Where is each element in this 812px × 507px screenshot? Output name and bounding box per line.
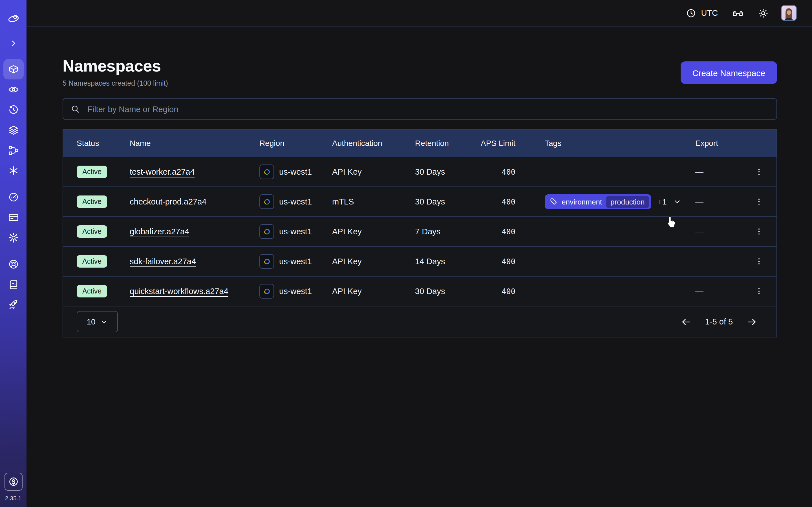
- table-row: Active test-worker.a27a4 us-west1 API Ke…: [63, 157, 776, 186]
- timezone-selector[interactable]: UTC: [686, 8, 718, 18]
- pagination-range-label: 1-5 of 5: [703, 317, 735, 326]
- sidebar-item-home[interactable]: [3, 8, 23, 29]
- temporal-logo-icon: [7, 12, 19, 25]
- app-version: 2.35.1: [5, 495, 21, 501]
- lifebuoy-icon: [8, 259, 19, 270]
- eye-icon: [8, 84, 19, 95]
- sidebar-item-deployments[interactable]: [3, 120, 23, 140]
- auth-method: API Key: [332, 167, 415, 176]
- column-header-name: Name: [130, 138, 259, 148]
- retention-value: 30 Days: [415, 287, 479, 296]
- namespace-link[interactable]: quickstart-workflows.a27a4: [130, 287, 229, 296]
- gear-icon: [8, 232, 19, 243]
- dag-icon: [8, 145, 19, 156]
- table-row: Active globalizer.a27a4 us-west1 API Key…: [63, 216, 776, 246]
- tags-more-count[interactable]: +1: [658, 197, 667, 206]
- tag-icon: [550, 198, 558, 206]
- create-namespace-button[interactable]: Create Namespace: [680, 61, 777, 84]
- tag-key: environment: [562, 198, 602, 206]
- book-sparkle-icon: [8, 279, 19, 290]
- cube-icon: [8, 64, 19, 75]
- status-badge: Active: [77, 195, 107, 208]
- chevron-down-icon[interactable]: [673, 197, 682, 206]
- auth-method: API Key: [332, 227, 415, 236]
- status-badge: Active: [77, 166, 107, 178]
- sidebar-item-support[interactable]: [3, 254, 23, 274]
- sidebar-item-settings[interactable]: [3, 228, 23, 248]
- sidebar-divider: [0, 184, 27, 184]
- app-root: 2.35.1 UTC Namespaces 5 Names: [0, 0, 812, 507]
- namespace-link[interactable]: checkout-prod.a27a4: [130, 197, 207, 206]
- gcp-cloud-icon: [259, 224, 274, 239]
- timezone-label: UTC: [701, 8, 718, 17]
- badge-dollar-icon: [8, 476, 19, 487]
- credits-button[interactable]: [4, 473, 22, 491]
- retention-value: 14 Days: [415, 257, 479, 266]
- table-row: Active sdk-failover.a27a4 us-west1 API K…: [63, 246, 776, 276]
- previous-page-button[interactable]: [680, 316, 691, 327]
- page-subtitle: 5 Namespaces created (100 limit): [63, 79, 168, 87]
- row-actions-button[interactable]: [751, 192, 767, 211]
- pagination-bar: 10 1-5 of 5: [63, 306, 776, 337]
- history-clock-icon: [8, 104, 19, 115]
- table-header: Status Name Region Authentication Retent…: [63, 129, 776, 157]
- glasses-icon: [732, 7, 744, 19]
- column-header-export: Export: [695, 138, 745, 148]
- sidebar-item-usage[interactable]: [3, 187, 23, 207]
- status-badge: Active: [77, 225, 107, 238]
- status-badge: Active: [77, 285, 107, 297]
- sidebar-item-namespaces[interactable]: [3, 59, 23, 79]
- tag-badge[interactable]: environment production: [545, 194, 652, 209]
- region-label: us-west1: [279, 227, 312, 236]
- region-label: us-west1: [279, 257, 312, 266]
- sidebar-collapse-button[interactable]: [3, 33, 23, 54]
- gcp-cloud-icon: [259, 165, 274, 179]
- layers-icon: [8, 124, 19, 136]
- chevron-right-icon: [8, 38, 18, 48]
- sidebar-item-nexus[interactable]: [3, 161, 23, 181]
- theme-toggle-button[interactable]: [758, 8, 769, 18]
- tag-value: production: [606, 196, 649, 208]
- gcp-cloud-icon: [259, 284, 274, 298]
- column-header-authentication: Authentication: [332, 138, 415, 148]
- filter-input[interactable]: [86, 104, 770, 114]
- aps-limit-value: 400: [479, 167, 545, 176]
- namespace-link[interactable]: sdk-failover.a27a4: [130, 257, 196, 266]
- retention-value: 30 Days: [415, 167, 479, 176]
- status-badge: Active: [77, 255, 107, 268]
- region-label: us-west1: [279, 287, 312, 296]
- export-value: —: [695, 227, 745, 236]
- asterisk-icon: [8, 165, 19, 176]
- sidebar-item-docs[interactable]: [3, 274, 23, 295]
- aps-limit-value: 400: [479, 257, 545, 266]
- topbar: UTC: [27, 0, 812, 26]
- page-size-select[interactable]: 10: [77, 311, 118, 332]
- sidebar-item-schedules[interactable]: [3, 100, 23, 120]
- labs-toggle-button[interactable]: [732, 7, 744, 19]
- gcp-cloud-icon: [259, 254, 274, 269]
- sidebar-item-getting-started[interactable]: [3, 295, 23, 315]
- user-avatar[interactable]: [781, 5, 797, 21]
- row-actions-button[interactable]: [751, 252, 767, 271]
- next-page-button[interactable]: [747, 316, 757, 327]
- sidebar-item-billing[interactable]: [3, 207, 23, 228]
- row-actions-button[interactable]: [751, 162, 767, 181]
- export-value: —: [695, 257, 745, 266]
- row-actions-button[interactable]: [751, 282, 767, 301]
- retention-value: 30 Days: [415, 197, 479, 206]
- table-row: Active checkout-prod.a27a4 us-west1 mTLS…: [63, 186, 776, 216]
- sidebar-item-monitors[interactable]: [3, 79, 23, 100]
- sidebar-item-workflows[interactable]: [3, 140, 23, 161]
- page-size-value: 10: [87, 317, 95, 326]
- namespaces-table: Status Name Region Authentication Retent…: [63, 129, 777, 337]
- search-icon: [70, 104, 81, 114]
- namespace-link[interactable]: test-worker.a27a4: [130, 167, 195, 176]
- export-value: —: [695, 287, 745, 296]
- row-actions-button[interactable]: [751, 222, 767, 241]
- gauge-icon: [8, 191, 19, 203]
- namespace-link[interactable]: globalizer.a27a4: [130, 227, 189, 236]
- sidebar-divider: [0, 251, 27, 251]
- filter-box: [63, 98, 777, 120]
- retention-value: 7 Days: [415, 227, 479, 236]
- export-value: —: [695, 197, 745, 206]
